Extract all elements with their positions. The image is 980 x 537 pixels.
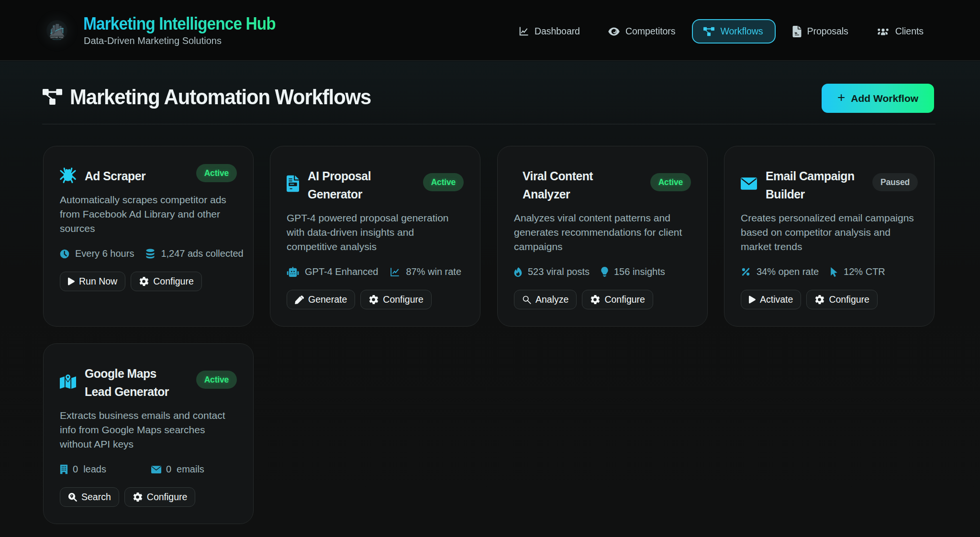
svg-text:SOLUTIONS: SOLUTIONS (53, 39, 61, 40)
svg-text:SENTINEL PEAK: SENTINEL PEAK (50, 37, 64, 39)
